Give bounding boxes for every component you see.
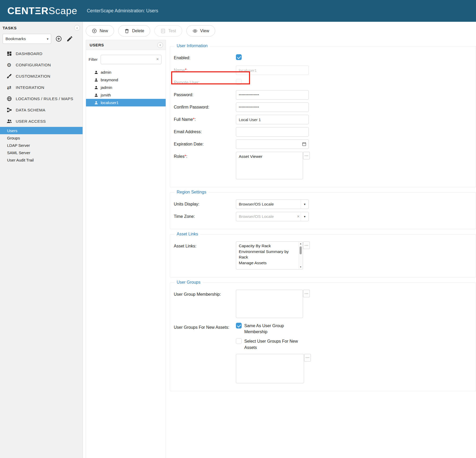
section-legend: Region Settings: [175, 190, 208, 195]
sidebar-collapse-button[interactable]: ‹: [74, 25, 80, 31]
section-legend: User Information: [175, 44, 210, 48]
users-icon: [6, 118, 12, 124]
sidebar-nav: DASHBOARD ⚙ CONFIGURATION CUSTOMIZATION …: [0, 48, 83, 127]
view-button-label: View: [200, 29, 209, 33]
sidebar-item-saml-server[interactable]: SAML Server: [0, 149, 83, 156]
add-bookmark-button[interactable]: [55, 35, 62, 42]
view-button[interactable]: View: [186, 25, 215, 36]
edit-bookmarks-button[interactable]: [66, 35, 73, 42]
name-row: Name*:: [174, 66, 476, 75]
roles-listbox[interactable]: Asset Viewer: [236, 152, 303, 179]
same-as-membership-label: Same As User Group Membership: [244, 323, 301, 335]
user-list-item-selected[interactable]: localuser1: [86, 99, 166, 106]
users-panel-collapse-button[interactable]: ‹: [157, 42, 163, 48]
asset-links-listbox[interactable]: Capacity By Rack Environmental Summary b…: [236, 241, 303, 270]
sidebar-item-ldap-server[interactable]: LDAP Server: [0, 142, 83, 149]
full-name-input[interactable]: [236, 115, 309, 124]
scroll-down-icon[interactable]: ▼: [300, 266, 302, 268]
enabled-checkbox[interactable]: [236, 54, 242, 60]
new-asset-user-groups-more-button[interactable]: …: [304, 354, 311, 362]
sidebar-item-label: DASHBOARD: [16, 51, 42, 56]
user-group-membership-row: User Group Membership: …: [174, 290, 476, 318]
test-button[interactable]: Test: [154, 25, 182, 36]
time-zone-row: Time Zone: Browser/OS Locale × ▾: [174, 212, 476, 221]
sidebar-item-dashboard[interactable]: DASHBOARD: [0, 48, 83, 59]
roles-more-button[interactable]: …: [303, 152, 310, 159]
test-button-label: Test: [168, 29, 176, 33]
asset-links-more-button[interactable]: …: [303, 241, 310, 249]
email-row: Email Address:: [174, 127, 476, 137]
remote-user-label: Remote User:: [174, 78, 236, 87]
app-logo: CENTΞRScape: [7, 6, 77, 17]
select-user-groups-option[interactable]: Select User Groups For New Assets: [236, 338, 311, 350]
sidebar-item-users[interactable]: Users: [0, 127, 83, 134]
user-group-membership-more-button[interactable]: …: [303, 290, 310, 297]
new-button[interactable]: New: [86, 25, 114, 36]
bookmarks-select[interactable]: Bookmarks ▾: [3, 34, 51, 44]
remote-user-row: Remote User:: [174, 78, 476, 87]
new-asset-user-groups-listbox[interactable]: [236, 354, 304, 383]
same-as-membership-checkbox[interactable]: [236, 323, 242, 328]
expiration-date-input[interactable]: [236, 139, 309, 149]
user-list-item[interactable]: admin: [86, 68, 166, 76]
sidebar-item-integration[interactable]: ⇄ INTEGRATION: [0, 82, 83, 93]
user-list-item[interactable]: braymond: [86, 76, 166, 84]
remote-user-checkbox[interactable]: [236, 79, 242, 85]
sidebar-item-user-audit-trail[interactable]: User Audit Trail: [0, 156, 83, 164]
user-access-subnav: Users Groups LDAP Server SAML Server Use…: [0, 127, 83, 164]
time-zone-value: Browser/OS Locale: [236, 214, 296, 219]
user-list-item[interactable]: jsmith: [86, 91, 166, 99]
sidebar-item-customization[interactable]: CUSTOMIZATION: [0, 71, 83, 82]
filter-row: Filter ×: [86, 50, 166, 66]
sidebar-item-label: LOCATIONS / RULES / MAPS: [16, 96, 73, 101]
units-display-value: Browser/OS Locale: [236, 202, 301, 207]
clear-icon[interactable]: ×: [156, 57, 159, 62]
asset-link-item[interactable]: Manage Assets: [239, 260, 296, 266]
user-groups-new-assets-label: User Groups For New Assets:: [174, 323, 236, 383]
expiration-date-label: Expiration Date:: [174, 139, 236, 149]
sidebar-item-configuration[interactable]: ⚙ CONFIGURATION: [0, 59, 83, 71]
asset-links-row: Asset Links: Capacity By Rack Environmen…: [174, 241, 476, 270]
confirm-password-input[interactable]: [236, 103, 309, 112]
full-name-label: Full Name*:: [174, 115, 236, 124]
email-field[interactable]: [236, 127, 309, 137]
email-label: Email Address:: [174, 127, 236, 137]
gear-icon: ⚙: [6, 62, 12, 68]
asset-link-item[interactable]: Environmental Summary by Rack: [239, 249, 296, 260]
trash-icon: [124, 28, 129, 34]
sidebar-item-user-access[interactable]: USER ACCESS: [0, 116, 83, 127]
name-input[interactable]: [236, 66, 309, 75]
calendar-icon[interactable]: [302, 142, 307, 147]
user-group-membership-listbox[interactable]: [236, 290, 303, 318]
scrollbar[interactable]: ▲ ▼: [299, 242, 302, 269]
user-name: admin: [101, 70, 111, 74]
same-as-membership-option[interactable]: Same As User Group Membership: [236, 323, 311, 335]
roles-value: Asset Viewer: [239, 154, 300, 159]
scrollbar-thumb[interactable]: [300, 246, 302, 254]
enabled-row: Enabled:: [174, 53, 476, 63]
time-zone-select[interactable]: Browser/OS Locale × ▾: [236, 212, 309, 221]
delete-button[interactable]: Delete: [118, 25, 150, 36]
units-display-label: Units Display:: [174, 200, 236, 209]
clear-icon[interactable]: ×: [296, 214, 301, 219]
user-information-section: User Information Enabled: Name*: Remote …: [170, 46, 476, 187]
filter-input[interactable]: [101, 55, 161, 64]
enabled-label: Enabled:: [174, 53, 236, 63]
units-display-select[interactable]: Browser/OS Locale ▾: [236, 200, 309, 209]
sidebar-item-reports-graphs[interactable]: REPORTS / GRAPHS: [0, 455, 83, 458]
eye-icon: [192, 28, 198, 34]
tasks-title: TASKS: [3, 26, 17, 30]
password-input[interactable]: [236, 90, 309, 100]
person-icon: [94, 101, 98, 105]
asset-link-item[interactable]: Capacity By Rack: [239, 243, 296, 249]
name-label: Name*:: [174, 66, 236, 75]
sidebar-item-groups[interactable]: Groups: [0, 134, 83, 142]
user-list-item[interactable]: jadmin: [86, 84, 166, 91]
scroll-up-icon[interactable]: ▲: [300, 243, 302, 245]
select-user-groups-checkbox[interactable]: [236, 338, 242, 344]
sidebar-item-locations-rules-maps[interactable]: LOCATIONS / RULES / MAPS: [0, 93, 83, 104]
sidebar-item-data-schema[interactable]: DATA SCHEMA: [0, 104, 83, 116]
user-detail-form: User Information Enabled: Name*: Remote …: [166, 37, 476, 458]
user-groups-new-assets-row: User Groups For New Assets: Same As User…: [174, 323, 476, 383]
logo-light: Scape: [48, 6, 77, 16]
